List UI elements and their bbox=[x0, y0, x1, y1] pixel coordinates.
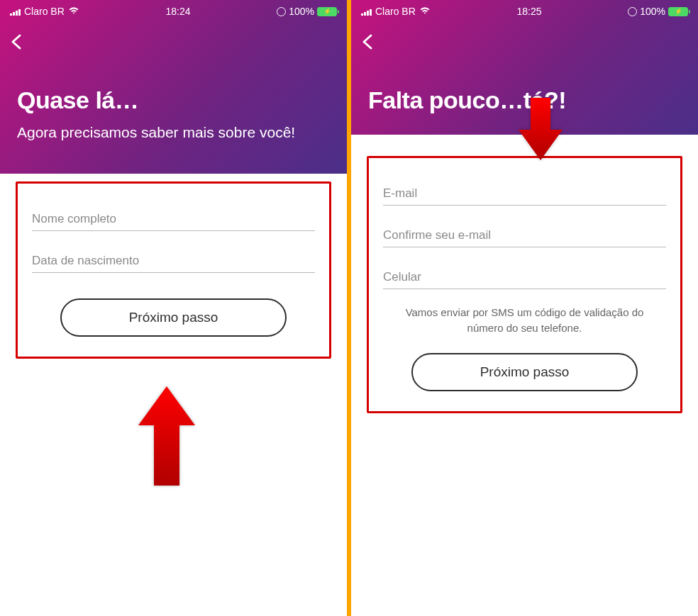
cellphone-input[interactable] bbox=[383, 263, 666, 289]
signal-icon bbox=[361, 8, 372, 16]
carrier-label: Claro BR bbox=[375, 6, 416, 17]
dob-input[interactable] bbox=[32, 247, 315, 273]
sms-help-text: Vamos enviar por SMS um código de valida… bbox=[383, 305, 666, 336]
next-button[interactable]: Próximo passo bbox=[60, 298, 287, 337]
status-bar-right: 100% ⚡ bbox=[628, 6, 688, 17]
battery-icon: ⚡ bbox=[668, 7, 688, 16]
header-content: Quase lá… Agora precisamos saber mais so… bbox=[0, 23, 347, 142]
battery-label: 100% bbox=[640, 6, 665, 17]
annotation-arrow-up bbox=[138, 386, 195, 488]
next-button[interactable]: Próximo passo bbox=[411, 353, 638, 391]
time-label: 18:25 bbox=[516, 6, 541, 17]
signal-icon bbox=[10, 8, 21, 16]
name-input[interactable] bbox=[32, 205, 315, 231]
time-label: 18:24 bbox=[165, 6, 190, 17]
status-bar-left: Claro BR bbox=[10, 6, 79, 17]
page-subtitle: Agora precisamos saber mais sobre você! bbox=[17, 123, 330, 142]
sync-icon bbox=[277, 7, 286, 16]
back-button[interactable] bbox=[10, 30, 23, 56]
email-input[interactable] bbox=[383, 179, 666, 206]
carrier-label: Claro BR bbox=[24, 6, 65, 17]
status-bar-right: 100% ⚡ bbox=[277, 6, 337, 17]
phone-screen-left: Claro BR 18:24 100% ⚡ Quase lá… Agora pr… bbox=[0, 0, 347, 616]
page-title: Quase lá… bbox=[17, 86, 330, 114]
status-bar: Claro BR 18:24 100% ⚡ bbox=[0, 0, 347, 23]
form-card: Próximo passo bbox=[16, 181, 331, 359]
sync-icon bbox=[628, 7, 637, 16]
wifi-icon bbox=[68, 6, 79, 17]
battery-label: 100% bbox=[289, 6, 314, 17]
status-bar: Claro BR 18:25 100% ⚡ bbox=[351, 0, 698, 23]
confirm-email-input[interactable] bbox=[383, 221, 666, 247]
battery-icon: ⚡ bbox=[317, 7, 337, 16]
status-bar-left: Claro BR bbox=[361, 6, 431, 17]
annotation-arrow-down bbox=[519, 98, 563, 163]
phone-screen-right: Claro BR 18:25 100% ⚡ Falta pouco…tá?! V… bbox=[351, 0, 698, 616]
back-button[interactable] bbox=[361, 30, 374, 56]
form-card: Vamos enviar por SMS um código de valida… bbox=[367, 156, 682, 413]
wifi-icon bbox=[419, 6, 431, 17]
